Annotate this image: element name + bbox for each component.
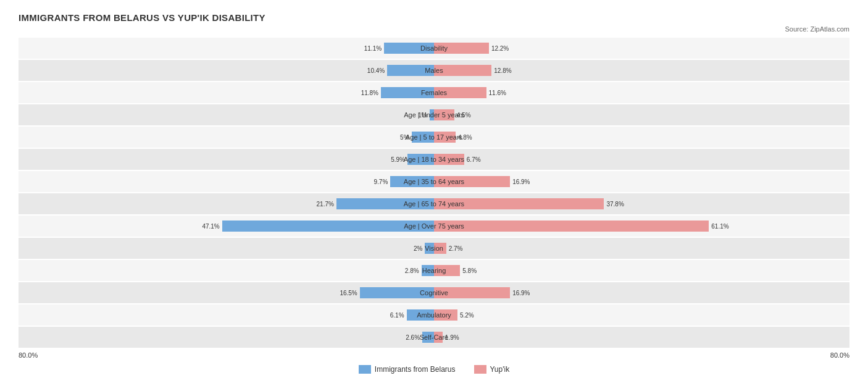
bar-blue	[425, 243, 434, 254]
bar-row: 47.1%61.1%Age | Over 75 years	[19, 216, 849, 237]
bar-row: 2.6%1.9%Self-Care	[19, 327, 849, 348]
bar-pink	[434, 132, 456, 143]
source-text: Source: ZipAtlas.com	[19, 25, 849, 33]
value-left: 2.6%	[406, 334, 420, 341]
bar-row: 21.7%37.8%Age | 65 to 74 years	[19, 193, 849, 214]
legend: Immigrants from Belarus Yup'ik	[19, 365, 849, 374]
value-right: 12.2%	[491, 45, 509, 52]
bar-pink	[434, 109, 454, 120]
bar-row: 1%4.5%Age | Under 5 years	[19, 104, 849, 125]
bar-blue	[422, 332, 434, 343]
bar-blue	[384, 43, 434, 54]
value-left: 47.1%	[202, 223, 219, 230]
bar-pink	[434, 265, 460, 276]
value-left: 11.8%	[361, 90, 378, 96]
value-right: 37.8%	[606, 201, 624, 208]
legend-blue-swatch	[359, 365, 371, 374]
bar-row: 9.7%16.9%Age | 35 to 64 years	[19, 171, 849, 192]
legend-blue: Immigrants from Belarus	[359, 365, 456, 374]
value-right: 4.8%	[458, 134, 472, 141]
value-right: 4.5%	[457, 112, 471, 119]
bar-pink	[434, 198, 604, 209]
bar-pink	[434, 43, 489, 54]
bar-pink	[434, 87, 486, 98]
value-left: 5.9%	[391, 156, 405, 163]
legend-pink-swatch	[474, 365, 486, 374]
bar-blue	[430, 109, 434, 120]
value-left: 21.7%	[317, 201, 334, 208]
value-right: 61.1%	[711, 223, 728, 230]
x-axis-right: 80.0%	[830, 351, 849, 359]
value-right: 5.8%	[462, 267, 477, 274]
bar-pink	[434, 65, 491, 76]
bar-pink	[434, 309, 457, 321]
legend-blue-label: Immigrants from Belarus	[375, 365, 456, 374]
bar-row: 5.9%6.7%Age | 18 to 34 years	[19, 149, 849, 170]
value-left: 9.7%	[374, 178, 388, 185]
bar-row: 2.8%5.8%Hearing	[19, 260, 849, 281]
x-axis: 80.0% 80.0%	[19, 349, 849, 361]
value-right: 16.9%	[512, 178, 530, 185]
value-left: 11.1%	[364, 45, 382, 52]
bar-row: 11.1%12.2%Disability	[19, 38, 849, 59]
bar-blue	[360, 287, 434, 298]
value-left: 16.5%	[340, 290, 357, 296]
bar-blue	[407, 154, 434, 165]
bar-row: 6.1%5.2%Ambulatory	[19, 304, 849, 326]
bar-blue	[422, 265, 434, 276]
value-left: 2%	[414, 245, 422, 252]
chart-title: IMMIGRANTS FROM BELARUS VS YUP'IK DISABI…	[19, 12, 849, 23]
value-left: 2.8%	[405, 267, 419, 274]
value-right: 12.8%	[494, 67, 511, 74]
value-right: 5.2%	[460, 312, 474, 319]
bar-blue	[222, 220, 434, 232]
bar-blue	[390, 176, 434, 187]
bar-pink	[434, 287, 510, 298]
value-left: 10.4%	[367, 67, 385, 74]
bar-row: 5%4.8%Age | 5 to 17 years	[19, 127, 849, 148]
value-right: 2.7%	[449, 245, 463, 252]
bar-pink	[434, 332, 443, 343]
legend-pink: Yup'ik	[474, 365, 510, 374]
bar-pink	[434, 243, 446, 254]
value-left: 1%	[418, 112, 427, 119]
bar-row: 2%2.7%Vision	[19, 238, 849, 259]
bar-blue	[412, 132, 434, 143]
bar-pink	[434, 154, 464, 165]
bar-row: 10.4%12.8%Males	[19, 60, 849, 81]
chart-area: 11.1%12.2%Disability10.4%12.8%Males11.8%…	[19, 38, 849, 348]
legend-pink-label: Yup'ik	[490, 365, 510, 374]
bar-pink	[434, 220, 709, 232]
bar-blue	[407, 309, 434, 321]
x-axis-left: 80.0%	[19, 351, 38, 359]
value-right: 1.9%	[445, 334, 459, 341]
bar-row: 11.8%11.6%Females	[19, 82, 849, 103]
value-right: 6.7%	[467, 156, 481, 163]
bar-row: 16.5%16.9%Cognitive	[19, 282, 849, 303]
bar-blue	[381, 87, 434, 98]
value-right: 16.9%	[512, 290, 530, 296]
value-left: 5%	[400, 134, 409, 141]
bar-blue	[387, 65, 434, 76]
bar-blue	[336, 198, 434, 209]
value-right: 11.6%	[489, 90, 506, 96]
value-left: 6.1%	[390, 312, 404, 319]
bar-pink	[434, 176, 510, 187]
